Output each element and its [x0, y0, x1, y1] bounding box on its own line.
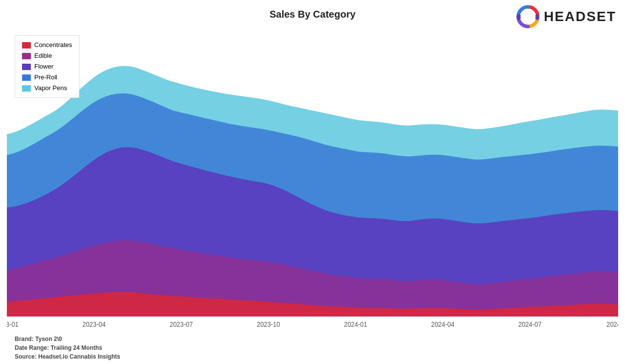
legend-item-concentrates: Concentrates — [22, 40, 72, 50]
vaporpens-label: Vapor Pens — [34, 83, 67, 94]
svg-text:2024-07: 2024-07 — [518, 321, 542, 328]
svg-text:2024-04: 2024-04 — [431, 321, 455, 328]
svg-text:2024-01: 2024-01 — [344, 321, 367, 328]
edible-swatch — [22, 53, 31, 59]
footer-brand: Brand: Tyson 2\0 — [15, 335, 120, 343]
svg-text:2023-07: 2023-07 — [169, 321, 193, 328]
source-label: Source: — [15, 353, 37, 360]
svg-rect-2 — [535, 14, 539, 20]
preroll-label: Pre-Roll — [34, 72, 57, 83]
legend-item-vaporpens: Vapor Pens — [22, 83, 72, 94]
vaporpens-swatch — [22, 85, 31, 92]
legend-item-flower: Flower — [22, 61, 72, 72]
brand-label: Brand: — [15, 336, 34, 342]
headset-logo-icon — [516, 5, 540, 28]
legend-item-edible: Edible — [22, 50, 72, 61]
concentrates-swatch — [22, 42, 31, 49]
svg-text:2023-01: 2023-01 — [7, 321, 19, 328]
footer-date-range: Date Range: Trailing 24 Months — [15, 343, 120, 352]
preroll-swatch — [22, 74, 31, 81]
chart-container: HEADSET Sales By Category 2023-01 2023-0… — [0, 0, 625, 364]
logo-text: HEADSET — [544, 9, 616, 24]
svg-text:2023-10: 2023-10 — [257, 321, 280, 328]
brand-value: Tyson 2\0 — [35, 336, 62, 342]
svg-text:2024-10: 2024-10 — [606, 321, 618, 328]
svg-rect-1 — [517, 14, 521, 20]
flower-label: Flower — [34, 61, 53, 72]
footer-source: Source: Headset.io Cannabis Insights — [15, 352, 120, 361]
edible-label: Edible — [34, 50, 52, 61]
flower-swatch — [22, 64, 31, 70]
date-range-label: Date Range: — [15, 344, 49, 351]
chart-footer: Brand: Tyson 2\0 Date Range: Trailing 24… — [15, 335, 120, 361]
headset-logo: HEADSET — [516, 5, 616, 28]
chart-svg: 2023-01 2023-04 2023-07 2023-10 2024-01 … — [7, 29, 618, 333]
svg-text:2023-04: 2023-04 — [82, 321, 106, 328]
chart-legend: Concentrates Edible Flower Pre-Roll Vapo… — [15, 35, 79, 98]
date-range-value: Trailing 24 Months — [50, 344, 102, 351]
source-value: Headset.io Cannabis Insights — [38, 353, 120, 360]
concentrates-label: Concentrates — [34, 40, 72, 50]
legend-item-preroll: Pre-Roll — [22, 72, 72, 83]
